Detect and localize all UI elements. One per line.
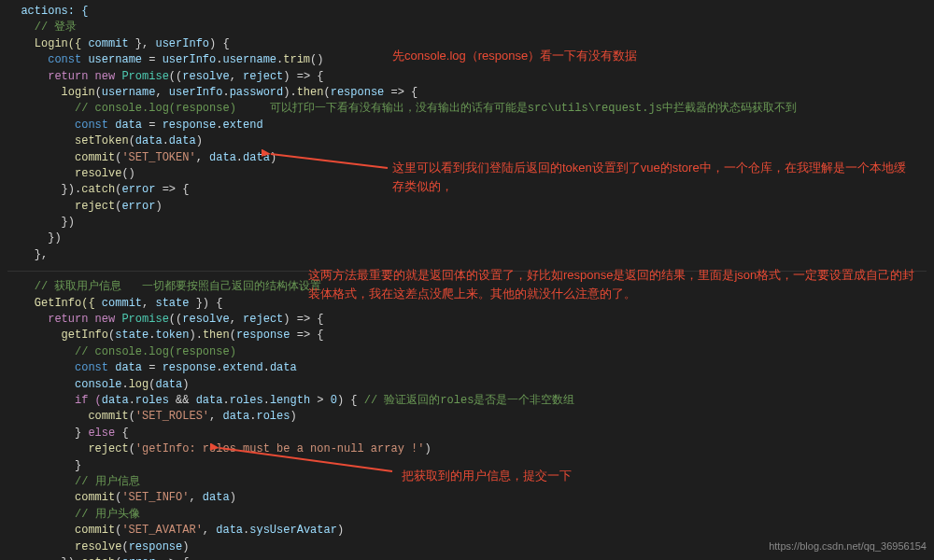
code-line: return new Promise((resolve, reject) => … (7, 312, 927, 328)
annotation-userinfo: 把获取到的用户信息，提交一下 (402, 467, 572, 485)
code-line: commit('SET_AVATAR', data.sysUserAvatar) (7, 523, 927, 539)
code-line: }).catch(error => { (7, 555, 927, 560)
code-line: setToken(data.data) (7, 133, 927, 149)
code-line: return new Promise((resolve, reject) => … (7, 69, 927, 85)
code-line: }, (7, 247, 927, 263)
code-line: const data = response.extend.data (7, 360, 927, 376)
code-line: login(username, userInfo.password).then(… (7, 85, 927, 101)
annotation-methods: 这两方法最重要的就是返回体的设置了，好比如response是返回的结果，里面是j… (308, 266, 925, 302)
code-line: reject('getInfo: roles must be a non-nul… (7, 441, 927, 457)
code-line: reject(error) (7, 199, 927, 215)
code-line: commit('SET_INFO', data) (7, 490, 927, 506)
code-line: }) (7, 231, 927, 246)
code-line: }) (7, 215, 927, 231)
code-line: getInfo(state.token).then(response => { (7, 328, 927, 343)
annotation-token: 这里可以看到我们登陆后返回的token设置到了vue的store中，一个仓库，在… (392, 159, 915, 195)
code-line: // 登录 (7, 20, 927, 35)
code-line: } else { (7, 426, 927, 441)
annotation-top: 先console.log（response）看一下有没有数据 (392, 47, 637, 65)
watermark: https://blog.csdn.net/qq_36956154 (769, 539, 927, 554)
code-line: if (data.roles && data.roles.length > 0)… (7, 393, 927, 409)
code-line: // console.log(response) 可以打印一下看有没有输出，没有… (7, 101, 927, 117)
code-line: actions: { (7, 4, 927, 20)
code-line: console.log(data) (7, 377, 927, 393)
code-line: const data = response.extend (7, 118, 927, 133)
code-line: commit('SET_ROLES', data.roles) (7, 409, 927, 425)
code-line: // console.log(response) (7, 344, 927, 360)
code-line: // 用户头像 (7, 507, 927, 523)
